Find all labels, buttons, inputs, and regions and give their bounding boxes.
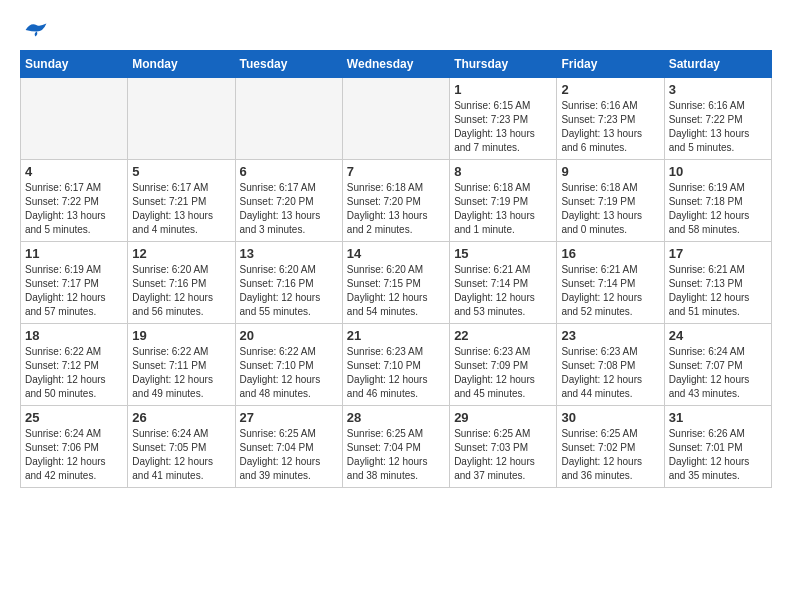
day-info: Sunrise: 6:21 AM Sunset: 7:13 PM Dayligh… (669, 263, 767, 319)
calendar-cell: 14Sunrise: 6:20 AM Sunset: 7:15 PM Dayli… (342, 242, 449, 324)
calendar-table: SundayMondayTuesdayWednesdayThursdayFrid… (20, 50, 772, 488)
calendar-cell: 20Sunrise: 6:22 AM Sunset: 7:10 PM Dayli… (235, 324, 342, 406)
day-info: Sunrise: 6:22 AM Sunset: 7:11 PM Dayligh… (132, 345, 230, 401)
calendar-cell: 12Sunrise: 6:20 AM Sunset: 7:16 PM Dayli… (128, 242, 235, 324)
day-info: Sunrise: 6:23 AM Sunset: 7:10 PM Dayligh… (347, 345, 445, 401)
day-number: 23 (561, 328, 659, 343)
calendar-week-row: 11Sunrise: 6:19 AM Sunset: 7:17 PM Dayli… (21, 242, 772, 324)
col-header-thursday: Thursday (450, 51, 557, 78)
calendar-cell: 19Sunrise: 6:22 AM Sunset: 7:11 PM Dayli… (128, 324, 235, 406)
calendar-cell: 7Sunrise: 6:18 AM Sunset: 7:20 PM Daylig… (342, 160, 449, 242)
day-info: Sunrise: 6:18 AM Sunset: 7:19 PM Dayligh… (454, 181, 552, 237)
day-info: Sunrise: 6:21 AM Sunset: 7:14 PM Dayligh… (561, 263, 659, 319)
day-info: Sunrise: 6:18 AM Sunset: 7:20 PM Dayligh… (347, 181, 445, 237)
day-info: Sunrise: 6:23 AM Sunset: 7:09 PM Dayligh… (454, 345, 552, 401)
day-number: 16 (561, 246, 659, 261)
calendar-cell: 18Sunrise: 6:22 AM Sunset: 7:12 PM Dayli… (21, 324, 128, 406)
calendar-cell: 10Sunrise: 6:19 AM Sunset: 7:18 PM Dayli… (664, 160, 771, 242)
calendar-cell: 17Sunrise: 6:21 AM Sunset: 7:13 PM Dayli… (664, 242, 771, 324)
calendar-week-row: 4Sunrise: 6:17 AM Sunset: 7:22 PM Daylig… (21, 160, 772, 242)
day-info: Sunrise: 6:24 AM Sunset: 7:06 PM Dayligh… (25, 427, 123, 483)
calendar-cell: 28Sunrise: 6:25 AM Sunset: 7:04 PM Dayli… (342, 406, 449, 488)
day-number: 21 (347, 328, 445, 343)
day-number: 7 (347, 164, 445, 179)
day-number: 1 (454, 82, 552, 97)
calendar-header-row: SundayMondayTuesdayWednesdayThursdayFrid… (21, 51, 772, 78)
day-info: Sunrise: 6:15 AM Sunset: 7:23 PM Dayligh… (454, 99, 552, 155)
day-number: 15 (454, 246, 552, 261)
calendar-week-row: 25Sunrise: 6:24 AM Sunset: 7:06 PM Dayli… (21, 406, 772, 488)
day-info: Sunrise: 6:24 AM Sunset: 7:07 PM Dayligh… (669, 345, 767, 401)
day-number: 9 (561, 164, 659, 179)
col-header-sunday: Sunday (21, 51, 128, 78)
calendar-cell: 4Sunrise: 6:17 AM Sunset: 7:22 PM Daylig… (21, 160, 128, 242)
day-info: Sunrise: 6:21 AM Sunset: 7:14 PM Dayligh… (454, 263, 552, 319)
day-number: 8 (454, 164, 552, 179)
calendar-cell: 6Sunrise: 6:17 AM Sunset: 7:20 PM Daylig… (235, 160, 342, 242)
calendar-cell: 9Sunrise: 6:18 AM Sunset: 7:19 PM Daylig… (557, 160, 664, 242)
day-info: Sunrise: 6:20 AM Sunset: 7:16 PM Dayligh… (240, 263, 338, 319)
day-number: 20 (240, 328, 338, 343)
day-info: Sunrise: 6:16 AM Sunset: 7:22 PM Dayligh… (669, 99, 767, 155)
day-info: Sunrise: 6:17 AM Sunset: 7:21 PM Dayligh… (132, 181, 230, 237)
day-info: Sunrise: 6:17 AM Sunset: 7:20 PM Dayligh… (240, 181, 338, 237)
page-header (20, 20, 772, 40)
day-number: 6 (240, 164, 338, 179)
calendar-cell: 21Sunrise: 6:23 AM Sunset: 7:10 PM Dayli… (342, 324, 449, 406)
day-info: Sunrise: 6:20 AM Sunset: 7:15 PM Dayligh… (347, 263, 445, 319)
col-header-saturday: Saturday (664, 51, 771, 78)
day-number: 11 (25, 246, 123, 261)
day-number: 4 (25, 164, 123, 179)
day-info: Sunrise: 6:23 AM Sunset: 7:08 PM Dayligh… (561, 345, 659, 401)
calendar-cell: 31Sunrise: 6:26 AM Sunset: 7:01 PM Dayli… (664, 406, 771, 488)
day-number: 5 (132, 164, 230, 179)
day-info: Sunrise: 6:25 AM Sunset: 7:03 PM Dayligh… (454, 427, 552, 483)
calendar-cell (235, 78, 342, 160)
calendar-week-row: 1Sunrise: 6:15 AM Sunset: 7:23 PM Daylig… (21, 78, 772, 160)
day-number: 26 (132, 410, 230, 425)
day-number: 2 (561, 82, 659, 97)
day-number: 17 (669, 246, 767, 261)
col-header-tuesday: Tuesday (235, 51, 342, 78)
calendar-cell: 24Sunrise: 6:24 AM Sunset: 7:07 PM Dayli… (664, 324, 771, 406)
calendar-cell: 27Sunrise: 6:25 AM Sunset: 7:04 PM Dayli… (235, 406, 342, 488)
calendar-cell: 13Sunrise: 6:20 AM Sunset: 7:16 PM Dayli… (235, 242, 342, 324)
day-number: 22 (454, 328, 552, 343)
day-info: Sunrise: 6:16 AM Sunset: 7:23 PM Dayligh… (561, 99, 659, 155)
col-header-wednesday: Wednesday (342, 51, 449, 78)
day-info: Sunrise: 6:26 AM Sunset: 7:01 PM Dayligh… (669, 427, 767, 483)
calendar-cell: 3Sunrise: 6:16 AM Sunset: 7:22 PM Daylig… (664, 78, 771, 160)
calendar-cell (128, 78, 235, 160)
calendar-cell (342, 78, 449, 160)
day-number: 10 (669, 164, 767, 179)
day-info: Sunrise: 6:25 AM Sunset: 7:04 PM Dayligh… (240, 427, 338, 483)
calendar-cell: 23Sunrise: 6:23 AM Sunset: 7:08 PM Dayli… (557, 324, 664, 406)
day-info: Sunrise: 6:22 AM Sunset: 7:12 PM Dayligh… (25, 345, 123, 401)
day-info: Sunrise: 6:24 AM Sunset: 7:05 PM Dayligh… (132, 427, 230, 483)
col-header-monday: Monday (128, 51, 235, 78)
day-info: Sunrise: 6:18 AM Sunset: 7:19 PM Dayligh… (561, 181, 659, 237)
day-info: Sunrise: 6:22 AM Sunset: 7:10 PM Dayligh… (240, 345, 338, 401)
calendar-cell: 26Sunrise: 6:24 AM Sunset: 7:05 PM Dayli… (128, 406, 235, 488)
day-number: 24 (669, 328, 767, 343)
calendar-cell: 5Sunrise: 6:17 AM Sunset: 7:21 PM Daylig… (128, 160, 235, 242)
day-number: 19 (132, 328, 230, 343)
day-number: 29 (454, 410, 552, 425)
day-info: Sunrise: 6:25 AM Sunset: 7:02 PM Dayligh… (561, 427, 659, 483)
day-number: 31 (669, 410, 767, 425)
logo-bird-icon (24, 20, 48, 40)
logo (20, 20, 48, 40)
calendar-cell: 2Sunrise: 6:16 AM Sunset: 7:23 PM Daylig… (557, 78, 664, 160)
day-info: Sunrise: 6:25 AM Sunset: 7:04 PM Dayligh… (347, 427, 445, 483)
calendar-cell: 8Sunrise: 6:18 AM Sunset: 7:19 PM Daylig… (450, 160, 557, 242)
calendar-week-row: 18Sunrise: 6:22 AM Sunset: 7:12 PM Dayli… (21, 324, 772, 406)
calendar-cell: 16Sunrise: 6:21 AM Sunset: 7:14 PM Dayli… (557, 242, 664, 324)
calendar-cell: 30Sunrise: 6:25 AM Sunset: 7:02 PM Dayli… (557, 406, 664, 488)
calendar-cell: 29Sunrise: 6:25 AM Sunset: 7:03 PM Dayli… (450, 406, 557, 488)
day-number: 13 (240, 246, 338, 261)
day-number: 3 (669, 82, 767, 97)
day-info: Sunrise: 6:19 AM Sunset: 7:17 PM Dayligh… (25, 263, 123, 319)
day-info: Sunrise: 6:20 AM Sunset: 7:16 PM Dayligh… (132, 263, 230, 319)
calendar-cell: 1Sunrise: 6:15 AM Sunset: 7:23 PM Daylig… (450, 78, 557, 160)
day-number: 18 (25, 328, 123, 343)
